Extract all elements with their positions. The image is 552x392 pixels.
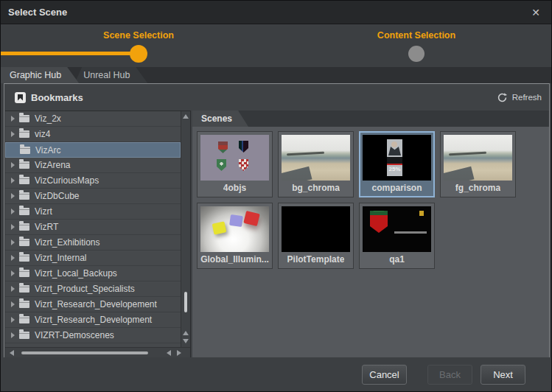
folder-icon (19, 301, 29, 308)
refresh-button[interactable]: Refresh (497, 92, 542, 103)
scene-tile-label: comparison (371, 183, 422, 193)
scene-tile-label: Global_Illumin... (200, 254, 269, 265)
folder-icon (19, 285, 29, 293)
expand-icon[interactable] (11, 270, 15, 276)
step-content-selection-dot[interactable] (408, 46, 425, 62)
expand-icon[interactable] (11, 131, 15, 137)
folder-row[interactable]: Vizrt_Research_Developement (5, 297, 181, 312)
badge-icon (239, 141, 248, 153)
scene-tile-4objs[interactable]: 4objs (197, 131, 273, 197)
vertical-scrollbar[interactable] (181, 111, 190, 347)
folder-row[interactable]: Vizrt_Product_Specialists (5, 281, 181, 297)
folder-row[interactable]: VizDbCube (5, 189, 181, 204)
folder-row[interactable]: VizCuriousMaps (5, 173, 181, 189)
bookmarks-title: Bookmarks (31, 92, 83, 103)
tab-unreal-hub-label: Unreal Hub (83, 70, 130, 80)
refresh-label: Refresh (512, 93, 542, 102)
refresh-icon (497, 92, 508, 103)
hub-tabstrip: Graphic Hub Unreal Hub (1, 67, 551, 83)
horizontal-scroll-thumb[interactable] (21, 351, 148, 354)
folder-row[interactable]: Vizrt_Local_Backups (5, 266, 181, 281)
folder-row[interactable]: Vizrt_Research_Development (5, 312, 181, 328)
tab-unreal-hub[interactable]: Unreal Hub (74, 67, 147, 83)
folder-row[interactable]: viz4 (5, 127, 181, 142)
tab-graphic-hub[interactable]: Graphic Hub (1, 67, 79, 83)
scene-thumbnail-comparison: 25% (363, 135, 431, 181)
person-card-graphic: 25% (387, 139, 402, 176)
next-button[interactable]: Next (481, 365, 525, 385)
select-scene-dialog: Select Scene ✕ Scene Selection Content S… (0, 0, 552, 392)
folder-label: VizDbCube (35, 191, 79, 201)
scene-tile-label: bg_chroma (292, 183, 340, 193)
expand-icon[interactable] (11, 255, 15, 261)
folder-label: Vizrt_Local_Backups (35, 268, 117, 279)
wizard-steps: Scene Selection Content Selection (1, 24, 551, 67)
folder-rows: Viz_2x viz4 VizArc VizArena VizCuriousMa… (5, 111, 181, 347)
folder-icon (19, 223, 29, 231)
scroll-left-icon[interactable] (167, 350, 171, 356)
horizontal-scrollbar[interactable] (5, 347, 190, 357)
badge-icon (217, 159, 226, 171)
badge-icon (239, 159, 248, 171)
cube-graphic (212, 221, 227, 234)
folder-icon (19, 130, 29, 138)
scene-thumbnail-4objs (200, 135, 269, 181)
expand-icon[interactable] (11, 224, 15, 230)
scroll-right-icon[interactable] (177, 350, 181, 356)
scene-tile-pilot-template[interactable]: PilotTemplate (278, 203, 354, 269)
folder-icon (19, 270, 29, 277)
folder-row[interactable]: Viz_2x (5, 111, 181, 127)
scroll-up-icon[interactable] (183, 331, 189, 335)
vertical-scroll-thumb[interactable] (184, 292, 187, 312)
scroll-left-icon[interactable] (10, 350, 14, 356)
scroll-down-icon[interactable] (183, 339, 189, 343)
scene-thumbnail-global-illumination (200, 206, 269, 252)
expand-icon[interactable] (11, 162, 15, 168)
tab-scenes-label: Scenes (201, 113, 232, 124)
cube-graphic (229, 214, 243, 227)
expand-icon[interactable] (11, 209, 15, 214)
crest-emblem (419, 211, 424, 216)
folder-row[interactable]: VizArena (5, 158, 181, 173)
bookmarks-list: Viz_2x viz4 VizArc VizArena VizCuriousMa… (5, 111, 191, 358)
scene-tile-qa1[interactable]: qa1 (359, 203, 435, 269)
crest-icon (370, 211, 388, 233)
folder-row[interactable]: Vizrt_Internal (5, 251, 181, 266)
folder-label: VizArc (35, 145, 60, 155)
title-bar: Select Scene ✕ (1, 1, 551, 24)
expand-icon[interactable] (11, 193, 15, 199)
scene-tile-comparison[interactable]: 25% comparison (359, 131, 435, 197)
expand-icon[interactable] (11, 286, 15, 292)
bookmark-icon (15, 92, 26, 103)
folder-icon (19, 161, 29, 169)
scene-tile-fg-chroma[interactable]: fg_chroma (440, 131, 516, 197)
footer-bar: Cancel Back Next (1, 357, 551, 391)
tab-graphic-hub-label: Graphic Hub (10, 70, 61, 80)
expand-icon[interactable] (11, 332, 15, 338)
folder-icon (19, 115, 29, 122)
folder-row[interactable]: Vizrt_Exhibitions (5, 235, 181, 251)
scene-tile-label: PilotTemplate (287, 254, 345, 265)
expand-icon[interactable] (11, 317, 15, 323)
scene-thumbnail-qa1 (363, 206, 431, 252)
cancel-button[interactable]: Cancel (362, 365, 407, 385)
folder-label: viz4 (35, 129, 50, 139)
expand-icon[interactable] (11, 116, 15, 122)
scene-tile-bg-chroma[interactable]: bg_chroma (278, 131, 354, 197)
folder-label: Viz_2x (35, 113, 61, 124)
folder-row[interactable]: Vizrt (5, 204, 181, 220)
tab-scenes[interactable]: Scenes (192, 111, 248, 127)
step-scene-selection-dot[interactable] (130, 45, 147, 63)
expand-icon[interactable] (11, 301, 15, 307)
close-icon[interactable]: ✕ (529, 6, 542, 19)
expand-icon[interactable] (11, 178, 15, 183)
cube-graphic (243, 211, 260, 226)
folder-row[interactable]: VizRT (5, 220, 181, 235)
scroll-up-icon[interactable] (183, 114, 189, 119)
folder-row-selected[interactable]: VizArc (5, 142, 181, 158)
scene-tile-global-illumination[interactable]: Global_Illumin... (197, 203, 273, 269)
folder-row[interactable]: VIZRT-Demoscenes (5, 328, 181, 343)
expand-icon[interactable] (11, 239, 15, 245)
percent-overlay: 25% (387, 166, 402, 172)
folder-label: Vizrt (35, 206, 52, 217)
